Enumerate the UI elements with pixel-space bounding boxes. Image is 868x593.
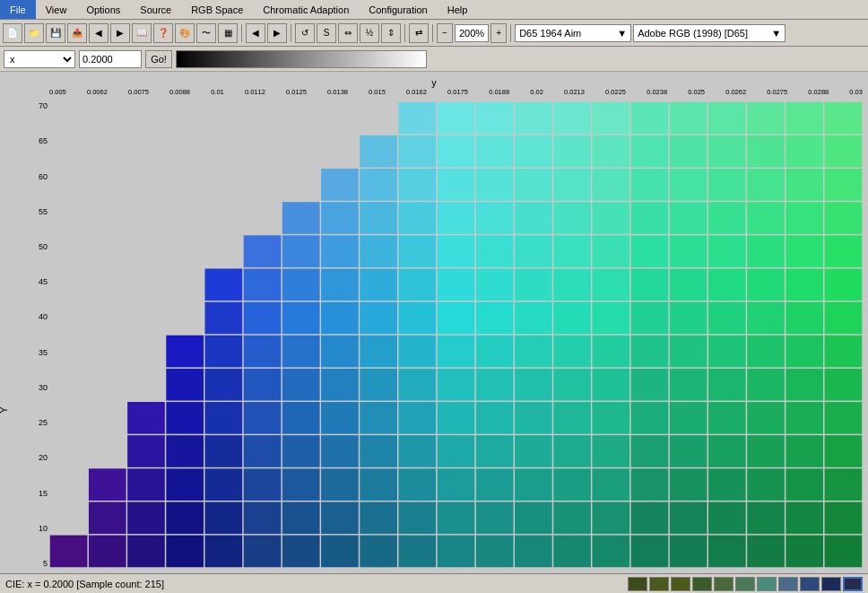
forward-button[interactable]: ▶ (110, 23, 130, 43)
swatch-4[interactable] (692, 577, 712, 591)
separator-5 (510, 24, 511, 42)
export-button[interactable]: 📤 (67, 23, 87, 43)
swatch-3[interactable] (671, 577, 690, 591)
help-icon-button[interactable]: ❓ (153, 23, 173, 43)
half-button[interactable]: ½ (360, 23, 379, 43)
illuminant-dropdown[interactable]: D65 1964 Aim ▼ (515, 24, 631, 42)
separator-1 (241, 24, 242, 42)
menu-file[interactable]: File (0, 0, 36, 19)
status-swatches (628, 577, 863, 591)
separator-4 (432, 24, 433, 42)
grid-button[interactable]: ▦ (218, 23, 238, 43)
gradient-bar (176, 50, 427, 68)
menu-source[interactable]: Source (130, 0, 181, 19)
save-button[interactable]: 💾 (46, 23, 65, 43)
illuminant-dropdown-arrow: ▼ (617, 28, 627, 39)
back-button[interactable]: ◀ (89, 23, 108, 43)
chart-container: y 0.005 0.0062 0.0075 0.0088 0.01 0.0112… (0, 72, 868, 593)
control-row: x y Y Go! (0, 47, 868, 72)
next-button[interactable]: ▶ (267, 23, 287, 43)
swatch-6[interactable] (735, 577, 755, 591)
plot-area[interactable] (49, 101, 863, 568)
profile-dropdown[interactable]: Adobe RGB (1998) [D65] ▼ (633, 24, 786, 42)
toolbar: 📄 📁 💾 📤 ◀ ▶ 📖 ❓ 🎨 〜 ▦ ◀ ▶ ↺ S ⇔ ½ ⇕ ⇄ − … (0, 20, 868, 47)
axis-select[interactable]: x y Y (4, 50, 75, 68)
curve-button[interactable]: 〜 (196, 23, 216, 43)
x-axis-label: y (431, 77, 437, 88)
y-axis-label: Y (0, 406, 9, 413)
swatch-2[interactable] (649, 577, 669, 591)
zoom-out-button[interactable]: − (437, 23, 453, 43)
swatch-1[interactable] (628, 577, 647, 591)
menu-rgb-space[interactable]: RGB Space (181, 0, 253, 19)
reset-button[interactable]: ↺ (295, 23, 315, 43)
swatch-8[interactable] (778, 577, 798, 591)
menu-options[interactable]: Options (76, 0, 130, 19)
menu-configuration[interactable]: Configuration (359, 0, 437, 19)
y-tick-labels: 5 10 15 20 25 30 35 40 45 50 55 60 65 70 (4, 101, 48, 568)
swap-button[interactable]: ⇄ (409, 23, 429, 43)
prev-button[interactable]: ◀ (246, 23, 265, 43)
menu-help[interactable]: Help (438, 0, 478, 19)
swatch-9[interactable] (800, 577, 820, 591)
go-button[interactable]: Go! (145, 50, 172, 68)
pair-button[interactable]: ⇔ (338, 23, 358, 43)
zoom-level: 200% (455, 24, 489, 42)
open-button[interactable]: 📁 (24, 23, 44, 43)
swatch-10[interactable] (821, 577, 841, 591)
size-button[interactable]: S (317, 23, 336, 43)
book-button[interactable]: 📖 (132, 23, 152, 43)
menu-view[interactable]: View (36, 0, 77, 19)
new-button[interactable]: 📄 (3, 23, 22, 43)
swatch-11[interactable] (843, 577, 863, 591)
menu-bar: File View Options Source RGB Space Chrom… (0, 0, 868, 20)
status-bar: CIE: x = 0.2000 [Sample count: 215] (0, 573, 868, 593)
separator-3 (404, 24, 405, 42)
expand-button[interactable]: ⇕ (381, 23, 401, 43)
profile-dropdown-arrow: ▼ (771, 28, 781, 39)
color-button[interactable]: 🎨 (175, 23, 195, 43)
value-input[interactable] (79, 50, 142, 68)
menu-chromatic[interactable]: Chromatic Adaption (253, 0, 359, 19)
separator-2 (291, 24, 291, 42)
x-tick-labels: 0.005 0.0062 0.0075 0.0088 0.01 0.0112 0… (49, 88, 863, 96)
status-text: CIE: x = 0.2000 [Sample count: 215] (5, 579, 164, 589)
swatch-5[interactable] (714, 577, 733, 591)
zoom-in-button[interactable]: + (490, 23, 507, 43)
swatch-7[interactable] (757, 577, 777, 591)
